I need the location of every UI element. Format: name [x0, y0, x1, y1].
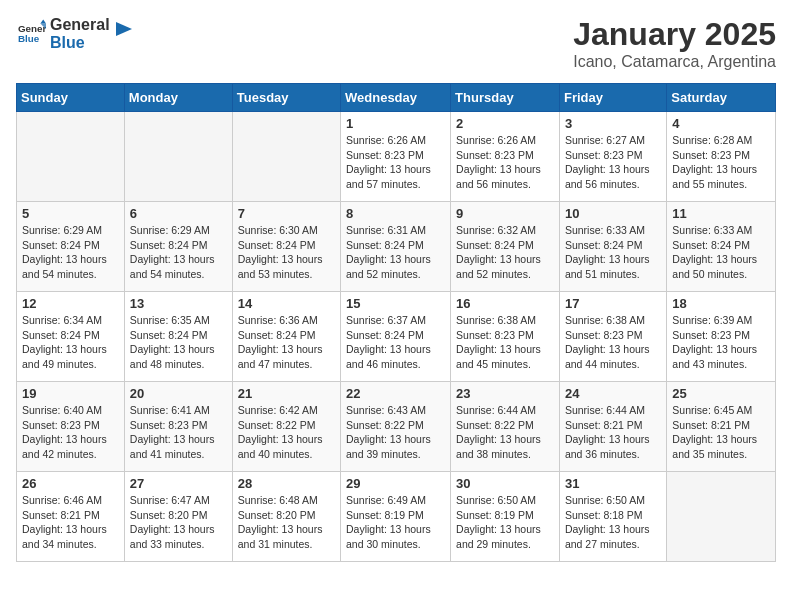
day-number: 31: [565, 476, 661, 491]
day-info: Sunrise: 6:48 AM Sunset: 8:20 PM Dayligh…: [238, 493, 335, 552]
weekday-header-tuesday: Tuesday: [232, 84, 340, 112]
day-number: 1: [346, 116, 445, 131]
day-info: Sunrise: 6:35 AM Sunset: 8:24 PM Dayligh…: [130, 313, 227, 372]
day-info: Sunrise: 6:50 AM Sunset: 8:18 PM Dayligh…: [565, 493, 661, 552]
day-info: Sunrise: 6:38 AM Sunset: 8:23 PM Dayligh…: [456, 313, 554, 372]
day-info: Sunrise: 6:29 AM Sunset: 8:24 PM Dayligh…: [130, 223, 227, 282]
day-number: 28: [238, 476, 335, 491]
day-number: 24: [565, 386, 661, 401]
day-number: 20: [130, 386, 227, 401]
day-number: 16: [456, 296, 554, 311]
calendar-cell: 6Sunrise: 6:29 AM Sunset: 8:24 PM Daylig…: [124, 202, 232, 292]
day-number: 23: [456, 386, 554, 401]
calendar-cell: 13Sunrise: 6:35 AM Sunset: 8:24 PM Dayli…: [124, 292, 232, 382]
day-info: Sunrise: 6:36 AM Sunset: 8:24 PM Dayligh…: [238, 313, 335, 372]
calendar-cell: 10Sunrise: 6:33 AM Sunset: 8:24 PM Dayli…: [559, 202, 666, 292]
weekday-header-thursday: Thursday: [451, 84, 560, 112]
calendar-cell: 30Sunrise: 6:50 AM Sunset: 8:19 PM Dayli…: [451, 472, 560, 562]
calendar-week-2: 5Sunrise: 6:29 AM Sunset: 8:24 PM Daylig…: [17, 202, 776, 292]
day-number: 19: [22, 386, 119, 401]
calendar-cell: [232, 112, 340, 202]
day-info: Sunrise: 6:42 AM Sunset: 8:22 PM Dayligh…: [238, 403, 335, 462]
calendar-cell: 14Sunrise: 6:36 AM Sunset: 8:24 PM Dayli…: [232, 292, 340, 382]
svg-text:Blue: Blue: [18, 32, 40, 43]
calendar-cell: 11Sunrise: 6:33 AM Sunset: 8:24 PM Dayli…: [667, 202, 776, 292]
calendar-cell: 9Sunrise: 6:32 AM Sunset: 8:24 PM Daylig…: [451, 202, 560, 292]
day-info: Sunrise: 6:38 AM Sunset: 8:23 PM Dayligh…: [565, 313, 661, 372]
day-number: 9: [456, 206, 554, 221]
svg-marker-2: [40, 19, 46, 23]
day-number: 17: [565, 296, 661, 311]
calendar-cell: 19Sunrise: 6:40 AM Sunset: 8:23 PM Dayli…: [17, 382, 125, 472]
calendar-cell: 24Sunrise: 6:44 AM Sunset: 8:21 PM Dayli…: [559, 382, 666, 472]
calendar-week-4: 19Sunrise: 6:40 AM Sunset: 8:23 PM Dayli…: [17, 382, 776, 472]
day-info: Sunrise: 6:28 AM Sunset: 8:23 PM Dayligh…: [672, 133, 770, 192]
day-number: 8: [346, 206, 445, 221]
calendar-cell: 7Sunrise: 6:30 AM Sunset: 8:24 PM Daylig…: [232, 202, 340, 292]
day-info: Sunrise: 6:49 AM Sunset: 8:19 PM Dayligh…: [346, 493, 445, 552]
calendar-cell: 8Sunrise: 6:31 AM Sunset: 8:24 PM Daylig…: [341, 202, 451, 292]
day-info: Sunrise: 6:33 AM Sunset: 8:24 PM Dayligh…: [565, 223, 661, 282]
day-info: Sunrise: 6:41 AM Sunset: 8:23 PM Dayligh…: [130, 403, 227, 462]
day-number: 27: [130, 476, 227, 491]
calendar-cell: 23Sunrise: 6:44 AM Sunset: 8:22 PM Dayli…: [451, 382, 560, 472]
day-number: 5: [22, 206, 119, 221]
calendar-cell: 1Sunrise: 6:26 AM Sunset: 8:23 PM Daylig…: [341, 112, 451, 202]
calendar-week-3: 12Sunrise: 6:34 AM Sunset: 8:24 PM Dayli…: [17, 292, 776, 382]
calendar-cell: [17, 112, 125, 202]
weekday-header-saturday: Saturday: [667, 84, 776, 112]
day-number: 2: [456, 116, 554, 131]
day-number: 26: [22, 476, 119, 491]
calendar-cell: 21Sunrise: 6:42 AM Sunset: 8:22 PM Dayli…: [232, 382, 340, 472]
day-info: Sunrise: 6:37 AM Sunset: 8:24 PM Dayligh…: [346, 313, 445, 372]
weekday-header-sunday: Sunday: [17, 84, 125, 112]
calendar-cell: 22Sunrise: 6:43 AM Sunset: 8:22 PM Dayli…: [341, 382, 451, 472]
calendar-header-row: SundayMondayTuesdayWednesdayThursdayFrid…: [17, 84, 776, 112]
day-info: Sunrise: 6:34 AM Sunset: 8:24 PM Dayligh…: [22, 313, 119, 372]
calendar-cell: 5Sunrise: 6:29 AM Sunset: 8:24 PM Daylig…: [17, 202, 125, 292]
day-info: Sunrise: 6:45 AM Sunset: 8:21 PM Dayligh…: [672, 403, 770, 462]
day-info: Sunrise: 6:44 AM Sunset: 8:22 PM Dayligh…: [456, 403, 554, 462]
calendar-cell: [667, 472, 776, 562]
title-area: January 2025 Icano, Catamarca, Argentina: [573, 16, 776, 71]
calendar-cell: 29Sunrise: 6:49 AM Sunset: 8:19 PM Dayli…: [341, 472, 451, 562]
day-number: 22: [346, 386, 445, 401]
day-number: 11: [672, 206, 770, 221]
logo-text-blue: Blue: [50, 34, 110, 52]
page-header: General Blue General Blue January 2025 I…: [16, 16, 776, 71]
calendar-cell: 12Sunrise: 6:34 AM Sunset: 8:24 PM Dayli…: [17, 292, 125, 382]
day-info: Sunrise: 6:26 AM Sunset: 8:23 PM Dayligh…: [456, 133, 554, 192]
svg-marker-4: [116, 22, 132, 36]
logo-text-general: General: [50, 16, 110, 34]
day-number: 10: [565, 206, 661, 221]
day-number: 15: [346, 296, 445, 311]
calendar-cell: 25Sunrise: 6:45 AM Sunset: 8:21 PM Dayli…: [667, 382, 776, 472]
day-number: 13: [130, 296, 227, 311]
day-number: 18: [672, 296, 770, 311]
day-info: Sunrise: 6:44 AM Sunset: 8:21 PM Dayligh…: [565, 403, 661, 462]
calendar-cell: 31Sunrise: 6:50 AM Sunset: 8:18 PM Dayli…: [559, 472, 666, 562]
day-number: 25: [672, 386, 770, 401]
day-info: Sunrise: 6:40 AM Sunset: 8:23 PM Dayligh…: [22, 403, 119, 462]
calendar-cell: [124, 112, 232, 202]
logo-flag-icon: [112, 18, 134, 40]
day-info: Sunrise: 6:43 AM Sunset: 8:22 PM Dayligh…: [346, 403, 445, 462]
calendar-cell: 2Sunrise: 6:26 AM Sunset: 8:23 PM Daylig…: [451, 112, 560, 202]
calendar-cell: 20Sunrise: 6:41 AM Sunset: 8:23 PM Dayli…: [124, 382, 232, 472]
calendar-cell: 3Sunrise: 6:27 AM Sunset: 8:23 PM Daylig…: [559, 112, 666, 202]
day-number: 12: [22, 296, 119, 311]
page-subtitle: Icano, Catamarca, Argentina: [573, 53, 776, 71]
logo: General Blue General Blue: [16, 16, 134, 51]
day-info: Sunrise: 6:47 AM Sunset: 8:20 PM Dayligh…: [130, 493, 227, 552]
day-number: 6: [130, 206, 227, 221]
calendar-cell: 17Sunrise: 6:38 AM Sunset: 8:23 PM Dayli…: [559, 292, 666, 382]
calendar-cell: 27Sunrise: 6:47 AM Sunset: 8:20 PM Dayli…: [124, 472, 232, 562]
day-info: Sunrise: 6:39 AM Sunset: 8:23 PM Dayligh…: [672, 313, 770, 372]
page-title: January 2025: [573, 16, 776, 53]
weekday-header-friday: Friday: [559, 84, 666, 112]
weekday-header-monday: Monday: [124, 84, 232, 112]
day-info: Sunrise: 6:33 AM Sunset: 8:24 PM Dayligh…: [672, 223, 770, 282]
calendar-cell: 18Sunrise: 6:39 AM Sunset: 8:23 PM Dayli…: [667, 292, 776, 382]
day-info: Sunrise: 6:46 AM Sunset: 8:21 PM Dayligh…: [22, 493, 119, 552]
calendar-cell: 28Sunrise: 6:48 AM Sunset: 8:20 PM Dayli…: [232, 472, 340, 562]
